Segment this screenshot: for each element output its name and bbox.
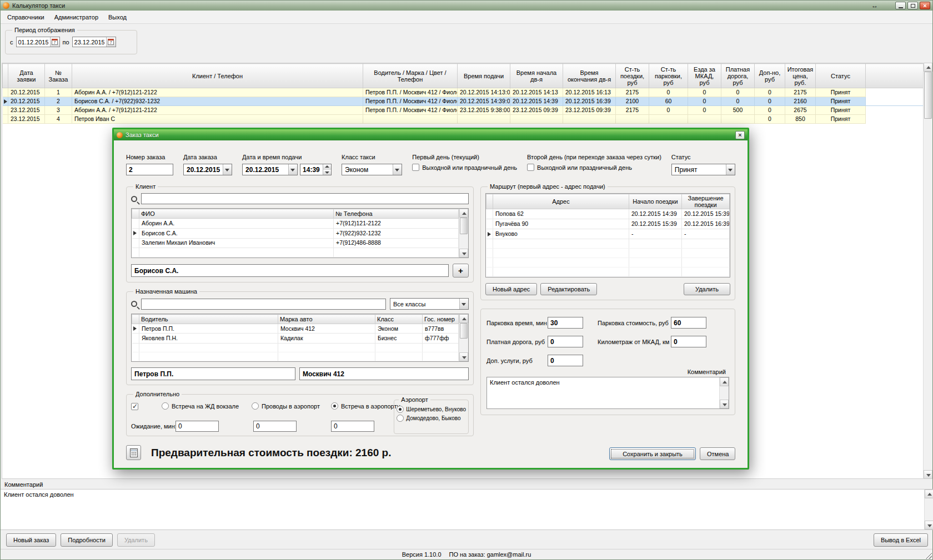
cell[interactable]: Пугачёва 90 [493,219,629,229]
scroll-down-button[interactable] [925,521,933,529]
column-header[interactable]: Время подачи [458,64,510,88]
column-header[interactable]: Время окончания дв-я [563,64,616,88]
table-row[interactable]: Аборин А.А.+7(912)121-2122 [132,219,459,229]
cell[interactable]: Борисов С.А. [139,228,334,238]
export-excel-button[interactable]: Вывод в Excel [874,533,928,547]
column-header[interactable]: Платная дорога, руб [721,64,755,88]
column-header[interactable]: № Заказа [45,64,72,88]
table-row[interactable]: 20.12.20151Аборин А.А. / +7(912)121-2122… [3,88,924,97]
cell[interactable]: 0 [721,97,755,106]
cell[interactable]: 20.12.2015 14:39 [510,97,563,106]
menu-exit[interactable]: Выход [103,11,132,23]
client-table-scrollbar[interactable] [459,209,468,258]
cell[interactable]: Москвич 412 [278,324,375,334]
cell[interactable] [510,115,563,124]
cell[interactable]: 0 [688,97,721,106]
radio-icon[interactable] [397,406,404,413]
airport-seeoff-radio[interactable]: Проводы в аэропорт [252,402,320,410]
scroll-up-button[interactable] [459,314,468,323]
cell[interactable] [458,115,510,124]
cell[interactable]: 23.12.2015 [8,115,45,124]
scroll-thumb[interactable] [460,323,468,339]
column-header[interactable]: Доп-но, руб [755,64,785,88]
scroll-down-button[interactable] [459,352,468,361]
table-row[interactable]: 20.12.20152Борисов С.А. / +7(922)932-123… [3,97,924,106]
dialog-comment-box[interactable]: Клиент остался доволен [486,377,729,409]
cell[interactable]: 20.12.2015 16:39 [682,219,730,229]
chevron-down-icon[interactable] [393,164,402,175]
cell[interactable] [563,115,616,124]
radio-icon[interactable] [162,402,169,410]
chevron-down-icon[interactable] [223,164,232,175]
table-row[interactable]: Пугачёва 9020.12.2015 15:3920.12.2015 16… [486,219,730,229]
cell[interactable]: 2175 [616,88,649,97]
column-header[interactable]: Класс [375,315,423,324]
cell[interactable]: 3 [45,106,72,115]
cell[interactable] [649,115,688,124]
cell[interactable]: Залепин Михаил Иванович [139,238,334,248]
cell[interactable]: 20.12.2015 [8,97,45,106]
table-row[interactable]: Внуково-- [486,229,730,239]
airport-domodedovo-radio[interactable]: Домодедово, Быково [397,415,466,422]
radio-icon[interactable] [252,402,259,410]
car-table-scrollbar[interactable] [459,314,468,361]
supply-time-spinner[interactable]: 14:39 [300,164,332,175]
save-and-close-button[interactable]: Сохранить и закрыть [609,447,696,460]
cell[interactable]: 20.12.2015 14:13 [510,88,563,97]
calculate-button[interactable] [126,445,141,460]
menu-handbooks[interactable]: Справочники [2,11,49,23]
order-date-select[interactable]: 20.12.2015 [183,164,232,175]
cell[interactable] [721,115,755,124]
cell[interactable]: 23.12.2015 [8,106,45,115]
cell[interactable]: 850 [785,115,816,124]
cell[interactable]: Внуково [493,229,629,239]
scroll-thumb[interactable] [460,218,468,234]
period-from-calendar-button[interactable] [50,37,59,47]
scroll-up-button[interactable] [925,490,933,498]
minimize-button[interactable] [895,2,906,9]
cell[interactable]: 23.12.2015 9:38:00 [458,106,510,115]
scroll-track[interactable] [925,498,933,521]
cell[interactable]: 20.12.2015 16:39 [563,97,616,106]
cell[interactable]: 2175 [785,88,816,97]
cell[interactable]: 500 [721,106,755,115]
column-header[interactable]: ФИО [139,209,334,219]
cell[interactable]: 4 [45,115,72,124]
table-row[interactable]: Петров П.П.Москвич 412Экономв777вв [132,324,459,334]
cell[interactable]: 60 [649,97,688,106]
column-header[interactable]: Клиент / Телефон [72,64,363,88]
cell[interactable]: Эконом [375,324,423,334]
scroll-up-button[interactable] [459,209,468,218]
delete-address-button[interactable]: Удалить [684,283,730,295]
cell[interactable] [688,115,721,124]
cell[interactable]: Аборин А.А. / +7(912)121-2122 [72,88,363,97]
period-to-calendar-button[interactable] [106,37,116,47]
cell[interactable]: 0 [688,106,721,115]
radio-icon[interactable] [331,402,338,410]
order-number-input[interactable] [126,164,173,175]
cell[interactable]: 0 [649,106,688,115]
cell[interactable]: - [629,229,682,239]
cell[interactable]: Кадилак [278,334,375,343]
column-header[interactable]: Начало поездки [629,194,682,209]
waiting-input-2[interactable] [253,421,297,432]
orders-scrollbar[interactable] [923,63,932,479]
cell[interactable]: 2675 [785,106,816,115]
column-header[interactable]: Водитель / Марка / Цвет / Телефон [363,64,458,88]
table-row[interactable]: 23.12.20153Аборин А.А. / +7(912)121-2122… [3,106,924,115]
table-row[interactable]: Борисов С.А.+7(922)932-1232 [132,228,459,238]
column-header[interactable]: Завершение поездки [682,194,730,209]
cell[interactable]: 23.12.2015 09:39 [510,106,563,115]
cell[interactable]: 20.12.2015 14:39:00 [458,97,510,106]
cell[interactable]: 2175 [616,106,649,115]
dialog-comment-scrollbar[interactable] [719,377,729,408]
taxi-class-select[interactable]: Эконом [342,164,402,175]
cell[interactable]: 0 [688,88,721,97]
cell[interactable]: Аборин А.А. [139,219,334,229]
column-header[interactable]: Марка авто [278,315,375,324]
selected-client-field[interactable]: Борисов С.А. [131,264,449,277]
cell[interactable]: 20.12.2015 16:13 [563,88,616,97]
cell[interactable]: 0 [755,106,785,115]
comment-scrollbar[interactable] [924,490,933,529]
new-address-button[interactable]: Новый адрес [485,283,537,295]
